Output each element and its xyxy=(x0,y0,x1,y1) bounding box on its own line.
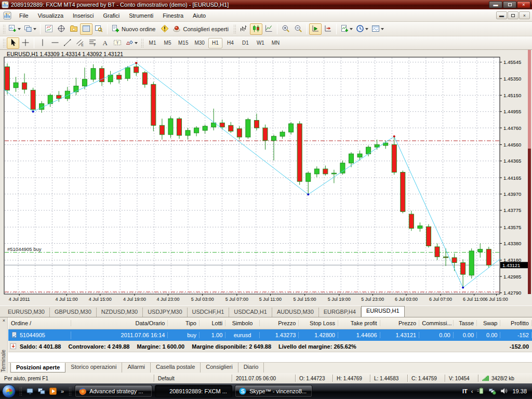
dropdown-caret-icon[interactable] xyxy=(33,28,36,30)
chart-shift-button[interactable] xyxy=(322,23,334,35)
data-window-button[interactable] xyxy=(55,23,68,35)
plot-area[interactable] xyxy=(4,57,500,294)
new-order-button[interactable]: Nuovo ordine xyxy=(110,23,158,35)
column-header-4[interactable]: Simbolo xyxy=(225,320,260,326)
open-position-row[interactable]: 510449052011.07.06 16:14buy1.00eurusd1.4… xyxy=(8,329,532,341)
templates-button[interactable] xyxy=(370,23,385,35)
column-header-9[interactable]: Commissi... xyxy=(419,320,454,326)
text-button[interactable]: A xyxy=(99,37,111,49)
column-header-5[interactable]: Prezzo xyxy=(260,320,299,326)
menu-finestra[interactable]: Finestra xyxy=(158,10,188,21)
terminal-tab-storico-operazioni[interactable]: Storico operazioni xyxy=(65,363,122,373)
cursor-button[interactable] xyxy=(7,37,19,49)
menu-aiuto[interactable]: Aiuto xyxy=(188,10,210,21)
timeframe-m15[interactable]: M15 xyxy=(176,38,191,48)
column-header-10[interactable]: Tasse xyxy=(454,320,477,326)
warning-button[interactable] xyxy=(158,23,171,35)
balance-arrow-icon[interactable] xyxy=(10,343,17,350)
terminal-tab-diario[interactable]: Diario xyxy=(238,363,264,373)
periods-button[interactable] xyxy=(354,23,370,35)
timeframe-h4[interactable]: H4 xyxy=(223,38,237,48)
arrows-button[interactable] xyxy=(124,37,139,49)
chart-tab-nzdusd-m30[interactable]: NZDUSD,M30 xyxy=(97,308,143,317)
terminal-tab-allarmi[interactable]: Allarmi xyxy=(122,363,151,373)
timeframe-m30[interactable]: M30 xyxy=(192,38,207,48)
dropdown-caret-icon[interactable] xyxy=(135,42,138,44)
equidistant-channel-button[interactable]: E xyxy=(74,37,86,49)
mdi-close-button[interactable]: × xyxy=(519,11,530,19)
crosshair-button[interactable] xyxy=(19,37,32,49)
timeframe-h1[interactable]: H1 xyxy=(208,38,222,48)
terminal-tab-casella-postale[interactable]: Casella postale xyxy=(151,363,201,373)
chart-tab-gbpusd-m30[interactable]: GBPUSD,M30 xyxy=(50,308,97,317)
menu-visualizza[interactable]: Visualizza xyxy=(33,10,68,21)
task-firefox[interactable]: Advanced strategy ... xyxy=(75,385,152,397)
timeframe-d1[interactable]: D1 xyxy=(238,38,252,48)
tray-chevron[interactable]: ‹ xyxy=(471,388,473,394)
price-chart[interactable]: 1.455451.453501.451501.449551.447601.445… xyxy=(0,50,532,305)
candlestick-chart-button[interactable] xyxy=(250,23,262,35)
timeframe-m5[interactable]: M5 xyxy=(161,38,175,48)
profiles-button[interactable] xyxy=(22,23,38,35)
mdi-restore-button[interactable] xyxy=(508,11,518,19)
mdi-minimize-button[interactable]: ▬ xyxy=(496,11,507,19)
chart-tab-eurusd-m30[interactable]: EURUSD,M30 xyxy=(3,308,50,317)
auto-scroll-button[interactable] xyxy=(309,23,322,35)
column-header-6[interactable]: Stop Loss xyxy=(299,320,338,326)
indicators-button[interactable] xyxy=(339,23,354,35)
chart-tab-audusd-m30[interactable]: AUDUSD,M30 xyxy=(272,308,319,317)
horizontal-line-button[interactable] xyxy=(49,37,61,49)
task-skype[interactable]: SSkype™ - vincenzo8... xyxy=(235,385,312,397)
switch-windows-icon[interactable] xyxy=(37,387,46,396)
vertical-line-button[interactable] xyxy=(36,37,49,49)
line-chart-button[interactable] xyxy=(262,23,275,35)
column-header-2[interactable]: Tipo xyxy=(168,320,199,326)
terminal-panel-button[interactable] xyxy=(80,23,92,35)
menu-strumenti[interactable]: Strumenti xyxy=(124,10,158,21)
zoom-out-button[interactable] xyxy=(292,23,304,35)
column-header-0[interactable]: Ordine / xyxy=(8,320,71,326)
task-mt4[interactable]: 2089192889: FXCM ... xyxy=(155,385,232,397)
terminal-tab-consiglieri[interactable]: Consiglieri xyxy=(201,363,238,373)
chart-tab-usdchf-h1[interactable]: USDCHF,H1 xyxy=(188,308,230,317)
dropdown-caret-icon[interactable] xyxy=(18,28,21,30)
show-desktop-icon[interactable] xyxy=(25,387,35,396)
column-header-11[interactable]: Swap xyxy=(477,320,500,326)
menu-file[interactable]: File xyxy=(15,10,33,21)
close-button[interactable]: × xyxy=(517,1,530,8)
chart-tab-eurgbp-h4[interactable]: EURGBP,H4 xyxy=(319,308,361,317)
bar-chart-button[interactable] xyxy=(237,23,250,35)
text-label-button[interactable]: T xyxy=(111,37,124,49)
minimize-button[interactable]: ▬ xyxy=(489,1,502,8)
column-header-7[interactable]: Take profit xyxy=(338,320,380,326)
language-indicator[interactable]: IT xyxy=(462,388,468,394)
column-header-8[interactable]: Prezzo xyxy=(380,320,420,326)
maximize-button[interactable] xyxy=(503,1,516,8)
power-icon[interactable] xyxy=(476,387,485,395)
dropdown-caret-icon[interactable] xyxy=(350,28,353,30)
navigator-button[interactable] xyxy=(68,23,80,35)
menu-inserisci[interactable]: Inserisci xyxy=(68,10,98,21)
terminal-tab-posizioni-aperte[interactable]: Posizioni aperte xyxy=(10,363,65,373)
timeframe-w1[interactable]: W1 xyxy=(254,38,268,48)
clock[interactable]: 19.38 xyxy=(512,388,527,394)
market-watch-button[interactable] xyxy=(43,23,55,35)
terminal-vertical-label[interactable]: Terminale xyxy=(1,350,6,372)
strategy-tester-button[interactable] xyxy=(92,23,105,35)
network-icon[interactable] xyxy=(488,387,497,395)
column-header-1[interactable]: Data/Orario xyxy=(71,320,168,326)
title-bar[interactable]: 2089192889: FXCM MT4 powered by BT - Con… xyxy=(0,0,532,9)
new-chart-button[interactable] xyxy=(7,23,22,35)
chart-tab-eurusd-h1[interactable]: EURUSD,H1 xyxy=(361,306,405,317)
trendline-button[interactable] xyxy=(61,37,74,49)
media-player-icon[interactable] xyxy=(48,387,58,396)
chart-tab-usdjpy-m30[interactable]: USDJPY,M30 xyxy=(143,308,187,317)
expert-advisors-button[interactable]: Consiglieri esperti xyxy=(171,23,231,35)
column-header-3[interactable]: Lotti xyxy=(200,320,225,326)
start-button[interactable] xyxy=(2,384,16,398)
zoom-in-button[interactable] xyxy=(280,23,292,35)
column-header-12[interactable]: Profitto xyxy=(500,320,531,326)
timeframe-mn[interactable]: MN xyxy=(269,38,283,48)
chart-tab-usdcad-h1[interactable]: USDCAD,H1 xyxy=(229,308,272,317)
menu-grafici[interactable]: Grafici xyxy=(98,10,124,21)
